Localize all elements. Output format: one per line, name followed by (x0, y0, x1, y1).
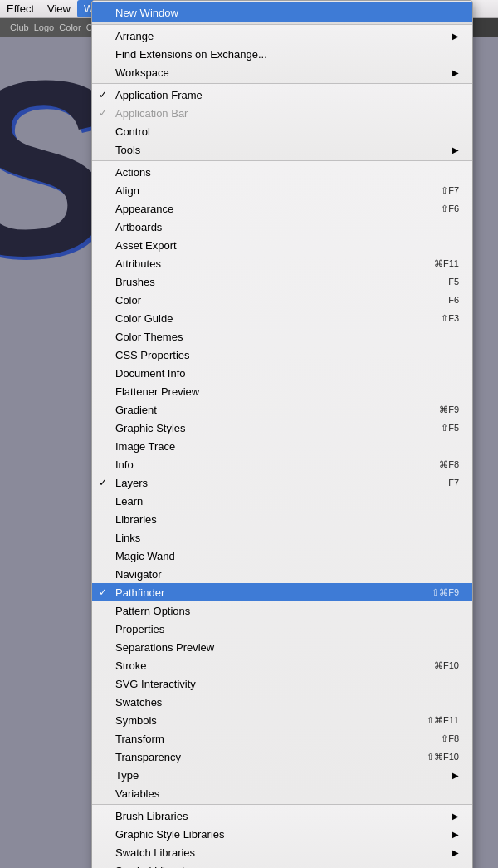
menu-links[interactable]: Links (92, 528, 472, 547)
menu-magic-wand[interactable]: Magic Wand (92, 547, 472, 565)
color-shortcut: F6 (448, 295, 459, 305)
menu-pathfinder[interactable]: Pathfinder ⇧⌘F9 (92, 583, 472, 601)
arrow-icon: ▶ (452, 145, 459, 154)
menu-css-properties[interactable]: CSS Properties (92, 346, 472, 364)
menu-section-4: Brush Libraries ▶ Graphic Style Librarie… (92, 804, 472, 868)
arrow-icon: ▶ (452, 68, 459, 77)
menu-view[interactable]: View (41, 0, 77, 17)
menu-flattener-preview[interactable]: Flattener Preview (92, 382, 472, 400)
graphic-styles-shortcut: ⇧F5 (441, 423, 459, 434)
menu-swatch-libraries[interactable]: Swatch Libraries ▶ (92, 843, 472, 861)
menu-type[interactable]: Type ▶ (92, 766, 472, 784)
new-window-label: New Window (115, 7, 178, 19)
arrow-icon: ▶ (452, 32, 459, 41)
transparency-shortcut: ⇧⌘F10 (427, 752, 459, 763)
menu-pattern-options[interactable]: Pattern Options (92, 601, 472, 620)
menu-separations-preview[interactable]: Separations Preview (92, 638, 472, 656)
menu-color[interactable]: Color F6 (92, 291, 472, 309)
menu-navigator[interactable]: Navigator (92, 565, 472, 583)
menu-image-trace[interactable]: Image Trace (92, 437, 472, 455)
menu-section-2: Application Frame Application Bar Contro… (92, 83, 472, 160)
color-guide-shortcut: ⇧F3 (441, 313, 459, 324)
menu-color-guide[interactable]: Color Guide ⇧F3 (92, 309, 472, 327)
arrow-icon: ▶ (452, 830, 459, 839)
brushes-shortcut: F5 (448, 277, 459, 287)
window-menu-dropdown: New Window Arrange ▶ Find Extensions on … (91, 0, 473, 868)
menu-gradient[interactable]: Gradient ⌘F9 (92, 400, 472, 419)
menu-asset-export[interactable]: Asset Export (92, 236, 472, 254)
menu-stroke[interactable]: Stroke ⌘F10 (92, 656, 472, 674)
arrow-icon: ▶ (452, 771, 459, 780)
menu-learn[interactable]: Learn (92, 492, 472, 510)
menu-info[interactable]: Info ⌘F8 (92, 455, 472, 473)
menu-find-extensions[interactable]: Find Extensions on Exchange... (92, 45, 472, 63)
menu-variables[interactable]: Variables (92, 784, 472, 802)
menu-graphic-styles[interactable]: Graphic Styles ⇧F5 (92, 419, 472, 437)
info-shortcut: ⌘F8 (439, 459, 459, 470)
transform-shortcut: ⇧F8 (441, 733, 459, 744)
menu-svg-interactivity[interactable]: SVG Interactivity (92, 674, 472, 693)
menu-arrange[interactable]: Arrange ▶ (92, 27, 472, 45)
menu-properties[interactable]: Properties (92, 620, 472, 638)
new-window-item[interactable]: New Window (92, 2, 472, 22)
menu-section-new-window: New Window (92, 1, 472, 25)
menu-application-frame[interactable]: Application Frame (92, 86, 472, 104)
menu-symbol-libraries[interactable]: Symbol Libraries ▶ (92, 861, 472, 868)
align-shortcut: ⇧F7 (441, 185, 459, 196)
menu-swatches[interactable]: Swatches (92, 693, 472, 711)
appearance-shortcut: ⇧F6 (441, 204, 459, 214)
menu-symbols[interactable]: Symbols ⇧⌘F11 (92, 711, 472, 729)
menu-appearance[interactable]: Appearance ⇧F6 (92, 199, 472, 218)
menu-brush-libraries[interactable]: Brush Libraries ▶ (92, 807, 472, 825)
menu-application-bar[interactable]: Application Bar (92, 104, 472, 122)
gradient-shortcut: ⌘F9 (439, 405, 459, 415)
menu-tools[interactable]: Tools ▶ (92, 140, 472, 159)
layers-shortcut: F7 (448, 478, 459, 488)
menu-graphic-style-libraries[interactable]: Graphic Style Libraries ▶ (92, 825, 472, 843)
menu-transparency[interactable]: Transparency ⇧⌘F10 (92, 748, 472, 766)
menu-artboards[interactable]: Artboards (92, 218, 472, 236)
menu-control[interactable]: Control (92, 122, 472, 140)
menu-actions[interactable]: Actions (92, 163, 472, 181)
attributes-shortcut: ⌘F11 (434, 258, 459, 269)
menu-libraries[interactable]: Libraries (92, 510, 472, 528)
menu-section-1: Arrange ▶ Find Extensions on Exchange...… (92, 25, 472, 83)
menu-workspace[interactable]: Workspace ▶ (92, 63, 472, 81)
menu-effect[interactable]: Effect (0, 0, 41, 17)
menu-align[interactable]: Align ⇧F7 (92, 181, 472, 199)
menu-document-info[interactable]: Document Info (92, 364, 472, 382)
pathfinder-shortcut: ⇧⌘F9 (432, 587, 459, 598)
stroke-shortcut: ⌘F10 (434, 660, 459, 671)
menu-attributes[interactable]: Attributes ⌘F11 (92, 254, 472, 272)
arrow-icon: ▶ (452, 812, 459, 821)
menu-section-3: Actions Align ⇧F7 Appearance ⇧F6 Artboar… (92, 160, 472, 804)
arrow-icon: ▶ (452, 848, 459, 857)
symbols-shortcut: ⇧⌘F11 (427, 715, 459, 726)
menu-brushes[interactable]: Brushes F5 (92, 272, 472, 291)
menu-color-themes[interactable]: Color Themes (92, 327, 472, 346)
menu-transform[interactable]: Transform ⇧F8 (92, 729, 472, 748)
menu-layers[interactable]: Layers F7 (92, 473, 472, 492)
